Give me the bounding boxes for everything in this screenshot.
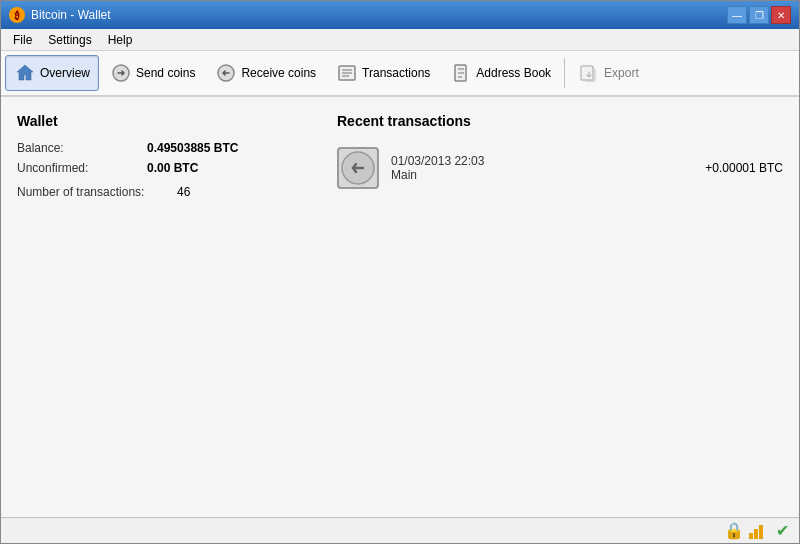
window-title: Bitcoin - Wallet — [31, 8, 111, 22]
svg-rect-10 — [759, 525, 763, 539]
minimize-button[interactable]: — — [727, 6, 747, 24]
book-icon — [450, 62, 472, 84]
menu-file[interactable]: File — [5, 31, 40, 49]
recent-title: Recent transactions — [337, 113, 783, 129]
receive-icon — [215, 62, 237, 84]
main-window: ₿ Bitcoin - Wallet — ❐ ✕ File Settings H… — [0, 0, 800, 544]
svg-rect-8 — [749, 533, 753, 539]
balance-value: 0.49503885 BTC — [147, 141, 238, 155]
receive-label: Receive coins — [241, 66, 316, 80]
transaction-date: 01/03/2013 22:03 — [391, 154, 693, 168]
overview-label: Overview — [40, 66, 90, 80]
transactions-label: Transactions — [362, 66, 430, 80]
recent-transactions-panel: Recent transactions 01/03/2013 22:03 Mai… — [337, 113, 783, 501]
unconfirmed-label: Unconfirmed: — [17, 161, 147, 175]
unconfirmed-value: 0.00 BTC — [147, 161, 198, 175]
toolbar-btn-transactions[interactable]: Transactions — [327, 55, 439, 91]
svg-rect-6 — [581, 66, 593, 80]
transaction-icon — [337, 147, 379, 189]
tx-count-label: Number of transactions: — [17, 185, 177, 199]
svg-rect-9 — [754, 529, 758, 539]
toolbar-btn-address-book[interactable]: Address Book — [441, 55, 560, 91]
title-controls: — ❐ ✕ — [727, 6, 791, 24]
restore-button[interactable]: ❐ — [749, 6, 769, 24]
title-bar-left: ₿ Bitcoin - Wallet — [9, 7, 111, 23]
export-icon — [578, 62, 600, 84]
transaction-amount: +0.00001 BTC — [705, 161, 783, 175]
wallet-panel: Wallet Balance: 0.49503885 BTC Unconfirm… — [17, 113, 317, 501]
check-icon: ✔ — [773, 522, 791, 540]
menu-bar: File Settings Help — [1, 29, 799, 51]
status-bar: 🔒 ✔ — [1, 517, 799, 543]
toolbar-btn-overview[interactable]: Overview — [5, 55, 99, 91]
balance-row: Balance: 0.49503885 BTC — [17, 141, 317, 155]
content-area: Wallet Balance: 0.49503885 BTC Unconfirm… — [1, 97, 799, 517]
transaction-label: Main — [391, 168, 693, 182]
transaction-item[interactable]: 01/03/2013 22:03 Main +0.00001 BTC — [337, 141, 783, 195]
toolbar-btn-export[interactable]: Export — [569, 55, 648, 91]
send-label: Send coins — [136, 66, 195, 80]
tx-count-row: Number of transactions: 46 — [17, 185, 317, 199]
title-bar: ₿ Bitcoin - Wallet — ❐ ✕ — [1, 1, 799, 29]
transaction-details: 01/03/2013 22:03 Main — [391, 154, 693, 182]
send-icon — [110, 62, 132, 84]
address-book-label: Address Book — [476, 66, 551, 80]
wallet-title: Wallet — [17, 113, 317, 129]
home-icon — [14, 62, 36, 84]
tx-nav-icon — [336, 62, 358, 84]
toolbar-btn-receive[interactable]: Receive coins — [206, 55, 325, 91]
app-icon: ₿ — [9, 7, 25, 23]
lock-icon: 🔒 — [725, 522, 743, 540]
close-button[interactable]: ✕ — [771, 6, 791, 24]
toolbar-separator — [564, 58, 565, 88]
toolbar: Overview Send coins Receive coins — [1, 51, 799, 97]
tx-count-value: 46 — [177, 185, 190, 199]
unconfirmed-row: Unconfirmed: 0.00 BTC — [17, 161, 317, 175]
menu-settings[interactable]: Settings — [40, 31, 99, 49]
export-label: Export — [604, 66, 639, 80]
toolbar-btn-send[interactable]: Send coins — [101, 55, 204, 91]
menu-help[interactable]: Help — [100, 31, 141, 49]
network-icon — [749, 522, 767, 540]
balance-label: Balance: — [17, 141, 147, 155]
